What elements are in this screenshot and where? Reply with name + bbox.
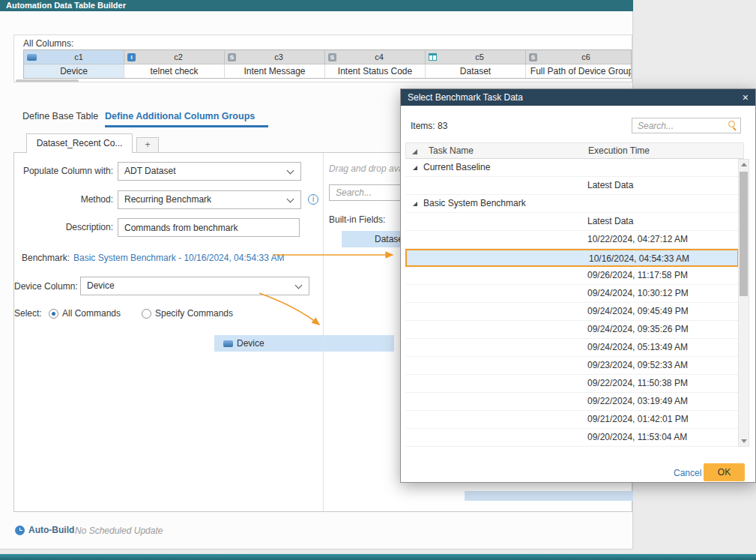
auto-build-link[interactable]: Auto-Build xyxy=(28,525,74,535)
populate-column-select[interactable]: ADT Dataset xyxy=(118,162,301,181)
task-time-row[interactable]: 09/22/2024, 03:19:49 AM xyxy=(405,393,739,411)
task-time-row[interactable]: 10/16/2024, 04:54:33 AM xyxy=(405,249,739,267)
scroll-down-icon[interactable] xyxy=(741,439,747,443)
method-select[interactable]: Recurring Benchmark xyxy=(118,190,301,209)
task-group-row[interactable]: Current Baseline xyxy=(405,159,739,177)
sort-triangle-icon[interactable] xyxy=(412,149,417,154)
column-header-c3[interactable]: Sc3 xyxy=(225,50,325,64)
task-time-row[interactable]: Latest Data xyxy=(405,177,739,195)
all-columns-label: All Columns: xyxy=(23,38,73,49)
task-time-row[interactable]: 09/21/2024, 01:42:01 PM xyxy=(405,411,739,429)
panel-divider xyxy=(323,153,324,511)
description-input[interactable] xyxy=(118,218,300,237)
device-icon xyxy=(27,54,37,61)
scroll-up-icon[interactable] xyxy=(741,163,747,166)
execution-time: 10/16/2024, 04:54:33 AM xyxy=(589,250,689,268)
column-id: c3 xyxy=(236,52,321,61)
task-time-row[interactable]: Latest Data xyxy=(405,213,739,231)
task-time-row[interactable]: 09/23/2024, 09:52:33 AM xyxy=(405,357,739,375)
execution-time: 09/24/2024, 09:45:49 PM xyxy=(587,303,689,320)
task-time-row[interactable]: 09/24/2024, 05:13:49 AM xyxy=(405,339,739,357)
radio-all-commands[interactable] xyxy=(49,309,58,319)
chevron-down-icon xyxy=(295,282,303,289)
device-chip[interactable]: Device xyxy=(214,335,394,352)
expand-triangle-icon[interactable] xyxy=(413,166,417,170)
column-name-c4[interactable]: Intent Status Code xyxy=(325,64,426,78)
task-time-row[interactable]: 10/22/2024, 04:27:12 AM xyxy=(405,231,739,249)
column-name-c2[interactable]: telnet check xyxy=(124,64,225,78)
all-columns-table: c1Ic2Sc3Sc4c5Sc6 Devicetelnet checkInten… xyxy=(23,49,632,79)
execution-time: 09/22/2024, 11:50:38 PM xyxy=(587,375,688,392)
expand-triangle-icon[interactable] xyxy=(413,202,417,206)
column-id: c4 xyxy=(336,52,422,61)
all-columns-panel: All Columns: c1Ic2Sc3Sc4c5Sc6 Deviceteln… xyxy=(13,34,632,82)
device-column-value: Device xyxy=(87,280,115,291)
app-titlebar: Automation Data Table Builder xyxy=(0,0,633,11)
task-name: Current Baseline xyxy=(423,159,490,176)
column-name-c6[interactable]: Full Path of Device Group xyxy=(526,64,632,78)
task-time-row[interactable]: 09/24/2024, 09:35:26 PM xyxy=(405,321,739,339)
hidden-highlight-strip xyxy=(465,491,633,501)
task-table-header: Task Name Execution Time xyxy=(405,142,744,159)
column-id: c6 xyxy=(537,52,632,61)
bottom-edge xyxy=(0,554,756,560)
scrollbar-thumb[interactable] xyxy=(740,172,748,296)
select-label: Select: xyxy=(14,308,42,319)
execution-time: 09/20/2024, 11:53:04 AM xyxy=(587,429,687,446)
tab-define-additional-column-groups[interactable]: Define Additional Column Groups xyxy=(105,111,255,121)
column-id: c5 xyxy=(437,52,522,61)
builtin-fields-label: Built-in Fields: xyxy=(329,214,385,225)
column-id: c1 xyxy=(37,52,121,61)
device-column-select[interactable]: Device xyxy=(80,277,309,295)
fields-search-input[interactable] xyxy=(329,184,408,201)
dialog-search-input[interactable] xyxy=(632,118,741,133)
task-time-row[interactable]: 09/22/2024, 11:50:38 PM xyxy=(405,375,739,393)
chevron-down-icon xyxy=(287,196,294,203)
execution-time: Latest Data xyxy=(587,213,633,230)
all-columns-name-row: Devicetelnet checkIntent MessageIntent S… xyxy=(24,64,631,78)
device-column-label: Device Column: xyxy=(14,281,78,292)
column-header-c2[interactable]: Ic2 xyxy=(124,50,225,64)
tab-dataset-recent-group[interactable]: Dataset_Recent Co... xyxy=(26,133,133,153)
task-name: Basic System Benchmark xyxy=(423,195,526,212)
task-time-row[interactable]: 09/24/2024, 09:45:49 PM xyxy=(405,303,739,321)
tab-define-base-table[interactable]: Define Base Table xyxy=(22,111,98,121)
app-title: Automation Data Table Builder xyxy=(6,1,126,10)
select-benchmark-dialog: Select Benchmark Task Data × Items: 83 T… xyxy=(400,88,756,483)
task-group-row[interactable]: Basic System Benchmark xyxy=(405,195,739,213)
cancel-button[interactable]: Cancel xyxy=(674,468,701,478)
string-icon: S xyxy=(529,53,537,61)
task-time-row[interactable]: 09/26/2024, 11:17:58 PM xyxy=(405,267,739,285)
column-header-task-name[interactable]: Task Name xyxy=(429,143,474,158)
task-time-row[interactable]: 09/24/2024, 10:30:12 PM xyxy=(405,285,739,303)
column-name-c3[interactable]: Intent Message xyxy=(225,64,325,78)
close-icon[interactable]: × xyxy=(743,89,749,106)
radio-all-commands-label: All Commands xyxy=(62,308,121,319)
column-header-c5[interactable]: c5 xyxy=(426,50,526,64)
ok-button[interactable]: OK xyxy=(704,463,745,481)
radio-specify-commands[interactable] xyxy=(142,309,151,319)
vertical-scrollbar[interactable] xyxy=(738,159,749,447)
column-name-c5[interactable]: Dataset xyxy=(426,64,526,78)
execution-time: 09/24/2024, 09:35:26 PM xyxy=(587,321,689,338)
device-icon xyxy=(223,340,233,347)
column-header-c1[interactable]: c1 xyxy=(24,50,124,64)
items-count: Items: 83 xyxy=(411,121,447,131)
schedule-status: No Scheduled Update xyxy=(75,526,163,536)
radio-specify-commands-label: Specify Commands xyxy=(155,308,233,319)
task-table-body: Current BaselineLatest DataBasic System … xyxy=(405,159,739,447)
drag-drop-hint: Drag and drop availab xyxy=(329,163,401,174)
column-name-c1[interactable]: Device xyxy=(24,64,124,78)
column-header-c4[interactable]: Sc4 xyxy=(325,50,426,64)
add-column-group-button[interactable]: + xyxy=(136,137,159,153)
column-header-c6[interactable]: Sc6 xyxy=(526,50,632,64)
info-icon[interactable] xyxy=(308,194,318,205)
column-header-execution-time[interactable]: Execution Time xyxy=(588,143,650,158)
horizontal-scrollbar[interactable] xyxy=(16,79,79,82)
execution-time: 09/22/2024, 03:19:49 AM xyxy=(587,393,688,410)
populate-column-value: ADT Dataset xyxy=(124,166,175,176)
benchmark-link[interactable]: Basic System Benchmark - 10/16/2024, 04:… xyxy=(73,253,284,263)
task-time-row[interactable]: 09/20/2024, 11:53:04 AM xyxy=(405,429,739,447)
table-icon xyxy=(429,53,437,61)
dialog-titlebar: Select Benchmark Task Data × xyxy=(401,89,755,106)
